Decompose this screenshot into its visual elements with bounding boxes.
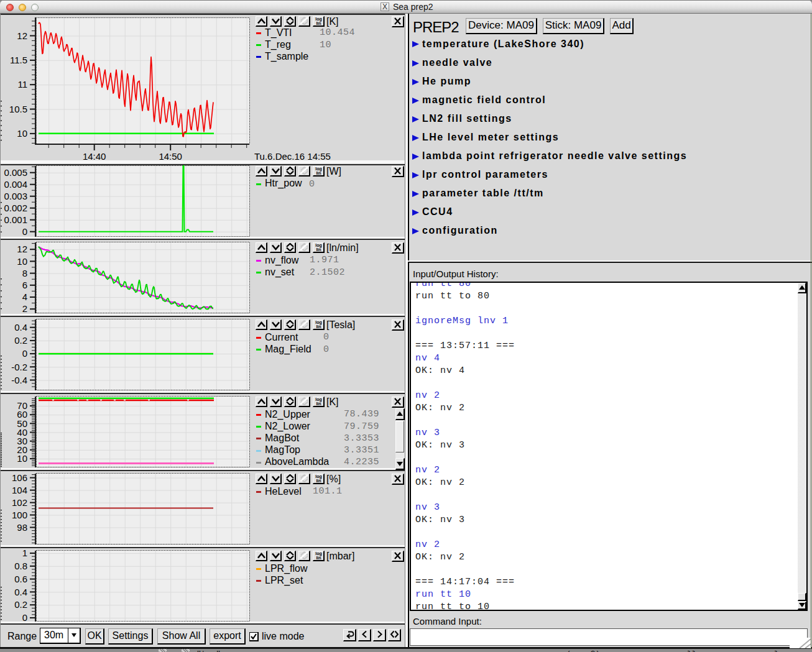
svg-text:-0.4: -0.4	[11, 375, 27, 385]
svg-text:0.001: 0.001	[4, 214, 27, 225]
svg-text:8: 8	[22, 268, 27, 278]
svg-text:10: 10	[17, 128, 27, 139]
svg-text:12: 12	[17, 30, 27, 41]
svg-text:lin: lin	[316, 247, 321, 251]
svg-text:lin: lin	[316, 21, 321, 25]
svg-text:0.002: 0.002	[4, 203, 27, 213]
svg-text:14:40: 14:40	[83, 151, 106, 162]
svg-text:10: 10	[17, 453, 27, 464]
svg-text:102: 102	[12, 497, 27, 508]
svg-text:-0.2: -0.2	[11, 362, 27, 372]
svg-text:lin: lin	[316, 324, 321, 328]
svg-text:14:50: 14:50	[159, 151, 182, 162]
svg-text:0.003: 0.003	[4, 191, 27, 201]
svg-text:0.8: 0.8	[14, 561, 27, 571]
svg-text:0.2: 0.2	[14, 599, 27, 610]
svg-text:0: 0	[22, 348, 27, 359]
svg-text:104: 104	[12, 485, 27, 495]
svg-text:1: 1	[22, 548, 27, 558]
svg-text:106: 106	[12, 472, 27, 483]
svg-text:lin: lin	[316, 479, 321, 482]
svg-text:0.004: 0.004	[4, 179, 27, 190]
svg-text:10.5: 10.5	[9, 104, 27, 114]
svg-text:100: 100	[12, 510, 27, 520]
svg-text:lin: lin	[316, 402, 321, 405]
svg-text:11.5: 11.5	[10, 55, 27, 65]
svg-text:4: 4	[22, 292, 27, 302]
svg-text:lin: lin	[316, 171, 321, 175]
svg-text:11: 11	[17, 79, 27, 90]
svg-text:2: 2	[22, 303, 27, 314]
svg-text:98: 98	[17, 522, 27, 533]
svg-text:6: 6	[22, 280, 27, 290]
svg-text:0.4: 0.4	[14, 322, 27, 333]
svg-text:0: 0	[22, 226, 27, 237]
svg-text:0.2: 0.2	[14, 335, 27, 346]
svg-text:12: 12	[17, 244, 27, 254]
svg-text:lin: lin	[316, 556, 321, 559]
svg-text:0.4: 0.4	[14, 587, 27, 597]
svg-text:0.6: 0.6	[14, 574, 27, 584]
svg-text:0.005: 0.005	[4, 167, 27, 178]
svg-text:10: 10	[17, 256, 27, 267]
